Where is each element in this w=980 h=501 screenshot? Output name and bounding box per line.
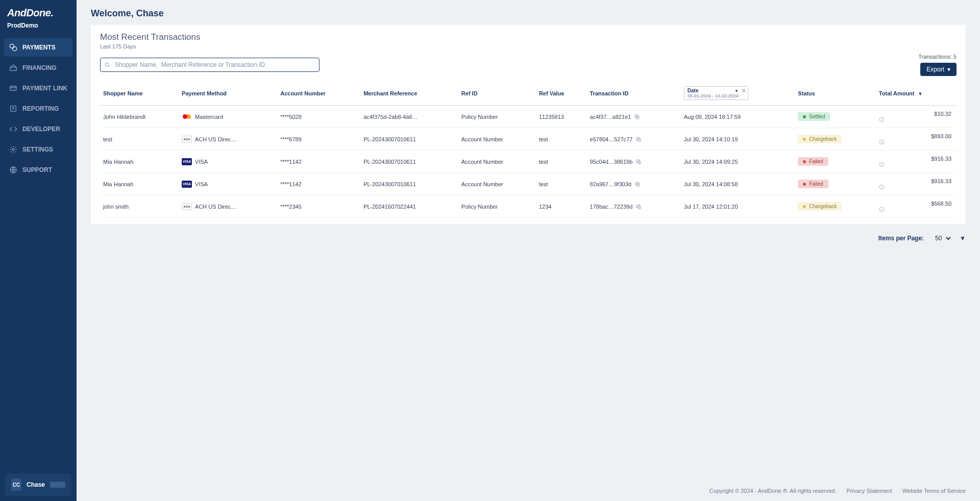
card-title: Most Recent Transactions (100, 32, 957, 42)
copy-icon[interactable] (634, 114, 640, 120)
user-name: Chase (27, 481, 45, 488)
items-per-page-label: Items per Page: (878, 235, 924, 242)
cell-date: Jul 30, 2024 14:10:19 (681, 128, 795, 151)
sidebar-item-label: FINANCING (22, 64, 57, 71)
col-status[interactable]: Status (795, 81, 876, 106)
info-icon[interactable] (879, 162, 953, 167)
sidebar-item-label: PAYMENT LINK (22, 85, 67, 92)
cell-refval: 1234 (536, 195, 587, 218)
transactions-table: Shopper Name Payment Method Account Numb… (100, 81, 957, 218)
col-txid[interactable]: Transaction ID (587, 81, 681, 106)
cell-amount: $916.33 (876, 173, 957, 195)
payment-method-text: ACH US Direc… (195, 204, 236, 210)
status-dot-icon (803, 183, 806, 186)
cell-date: Jul 30, 2024 14:08:58 (681, 173, 795, 195)
col-refid[interactable]: Ref ID (458, 81, 536, 106)
caret-down-icon: ▾ (947, 66, 950, 73)
search-icon (104, 62, 110, 68)
table-row[interactable]: john smith ACH ACH US Direc… ****2345 PL… (100, 195, 957, 218)
export-button[interactable]: Export ▾ (920, 63, 957, 76)
txid-text: 95c04d…38619b (590, 159, 633, 165)
cell-amount: $10.32 (876, 106, 957, 128)
cell-refval: test (536, 128, 587, 151)
info-icon[interactable] (879, 184, 953, 190)
search-wrap (100, 58, 320, 72)
info-icon[interactable] (879, 117, 953, 122)
gear-icon (9, 145, 17, 154)
copy-icon[interactable] (635, 136, 642, 142)
col-account[interactable]: Account Number (277, 81, 360, 106)
cell-refval: test (536, 173, 587, 195)
col-refval[interactable]: Ref Value (536, 81, 587, 106)
sort-desc-icon: ▼ (918, 91, 923, 96)
caret-down-icon: ▼ (734, 89, 739, 93)
cell-status: Failed (795, 173, 876, 195)
cell-method: ACH ACH US Direc… (179, 195, 277, 218)
payment-logo-icon: ACH (182, 136, 192, 143)
status-text: Chargeback (809, 136, 837, 142)
cell-method: VISA VISA (179, 151, 277, 173)
sidebar-item-paymentlink[interactable]: PAYMENT LINK (4, 79, 72, 97)
col-amount[interactable]: Total Amount ▼ (876, 81, 957, 106)
date-filter[interactable]: Date ▼ ✕ 05-01-2024 - 10-22-2024 (684, 86, 748, 100)
table-row[interactable]: Mia Hannah VISA VISA ****1142 PL-2024300… (100, 173, 957, 195)
payment-logo-icon: VISA (182, 158, 192, 165)
clear-filter-icon[interactable]: ✕ (742, 88, 746, 93)
footer-terms-link[interactable]: Website Terms of Service (902, 488, 966, 494)
avatar: CC (11, 479, 21, 491)
col-method[interactable]: Payment Method (179, 81, 277, 106)
cell-amount: $916.33 (876, 151, 957, 173)
cell-shopper: Mia Hannah (100, 173, 179, 195)
user-chip[interactable]: CC Chase (5, 473, 71, 496)
sidebar-item-label: SETTINGS (22, 146, 53, 153)
payment-method-text: VISA (195, 159, 208, 165)
txid-text: e57804…527c77 (590, 136, 633, 142)
brand-logo: AndDone. (0, 0, 77, 22)
table-row[interactable]: test ACH ACH US Direc… ****6789 PL-20243… (100, 128, 957, 151)
sidebar-item-financing[interactable]: FINANCING (4, 59, 72, 77)
svg-point-1 (13, 47, 17, 51)
cell-txid: 82a967…9f303d (587, 173, 681, 195)
user-name-redacted (50, 482, 65, 488)
txid-text: 178bac…72239d (590, 204, 633, 210)
svg-rect-2 (10, 67, 16, 71)
sidebar-item-reporting[interactable]: REPORTING (4, 99, 72, 118)
cell-shopper: test (100, 128, 179, 151)
col-merchant[interactable]: Merchant Reference (360, 81, 458, 106)
payment-method-text: Mastercard (195, 114, 223, 120)
col-shopper[interactable]: Shopper Name (100, 81, 179, 106)
info-icon[interactable] (879, 139, 953, 145)
sidebar-nav: PAYMENTS FINANCING PAYMENT LINK REPORTIN… (0, 36, 77, 468)
cell-amount: $893.00 (876, 128, 957, 151)
txid-text: ac4f37…a921e1 (590, 114, 631, 120)
status-dot-icon (803, 115, 806, 118)
caret-down-icon: ▼ (960, 235, 966, 242)
sidebar-item-support[interactable]: SUPPORT (4, 161, 72, 179)
cell-account: ****2345 (277, 195, 360, 218)
items-per-page-select[interactable]: 50 (931, 232, 952, 244)
search-input[interactable] (100, 58, 320, 72)
status-text: Failed (809, 181, 823, 187)
transactions-count: Transactions: 5 (918, 54, 957, 60)
tenant-name: ProdDemo (0, 22, 77, 36)
sidebar-item-label: REPORTING (22, 105, 59, 112)
col-amount-label: Total Amount (879, 90, 915, 96)
table-row[interactable]: Mia Hannah VISA VISA ****1142 PL-2024300… (100, 151, 957, 173)
copy-icon[interactable] (634, 181, 641, 187)
cell-refid: Account Number (458, 151, 536, 173)
cell-status: Settled (795, 106, 876, 128)
info-icon[interactable] (879, 207, 953, 212)
cell-account: ****1142 (277, 173, 360, 195)
col-date[interactable]: Date ▼ ✕ 05-01-2024 - 10-22-2024 (681, 81, 795, 106)
table-row[interactable]: John Hildebrandt Mastercard ****5028 ac4… (100, 106, 957, 128)
copy-icon[interactable] (635, 159, 642, 165)
sidebar-item-payments[interactable]: PAYMENTS (4, 38, 72, 57)
card-toolbar: Transactions: 5 Export ▾ (100, 54, 957, 76)
sidebar-item-developer[interactable]: DEVELOPER (4, 120, 72, 138)
footer-privacy-link[interactable]: Privacy Statement (846, 488, 892, 494)
sidebar-item-settings[interactable]: SETTINGS (4, 140, 72, 159)
cell-refval: test (536, 151, 587, 173)
cell-refid: Policy Number (458, 106, 536, 128)
cell-merchant: PL-20241607022441 (360, 195, 458, 218)
copy-icon[interactable] (635, 204, 642, 210)
